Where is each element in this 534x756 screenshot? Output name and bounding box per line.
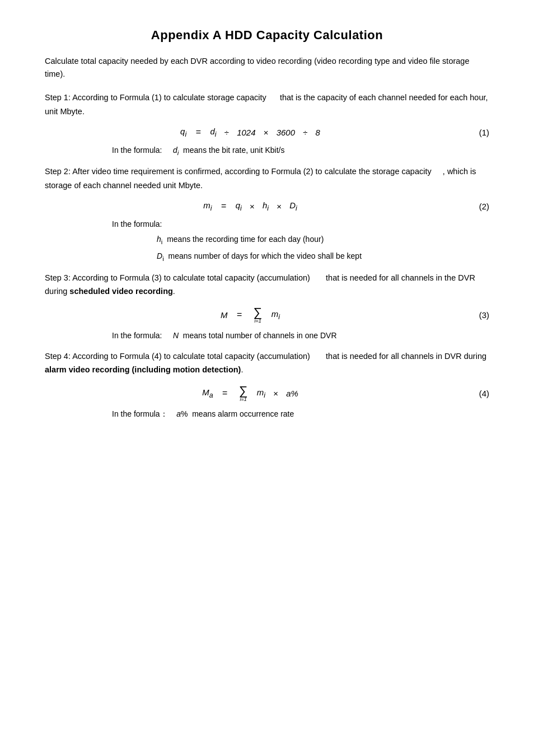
formula-1-number: (1) xyxy=(479,128,489,137)
formula-3-var1: M xyxy=(221,310,228,320)
formula-1-eq: = xyxy=(193,127,203,137)
formula-2-number: (2) xyxy=(479,202,489,211)
formula-4: Ma = ∑ i=1 mi × a% (4) xyxy=(45,385,489,402)
formula-4-sigma: ∑ i=1 xyxy=(239,385,248,402)
formula-1-const1: 1024 xyxy=(237,128,255,137)
formula-4-note: In the formula： a% means alarm occurrenc… xyxy=(112,408,489,421)
formula-4-op1: × xyxy=(271,389,280,398)
step4-bold: alarm video recording (including motion … xyxy=(45,365,241,374)
formula-2-note3: Di means number of days for which the vi… xyxy=(157,250,489,264)
formula-2-eq: = xyxy=(218,201,228,211)
formula-1-const2: 3600 xyxy=(277,128,295,137)
step1-text: Step 1: According to Formula (1) to calc… xyxy=(45,91,489,118)
formula-2-var3: hi xyxy=(263,200,269,212)
formula-4-eq: = xyxy=(220,388,230,398)
formula-3-content: M = ∑ i=1 mi xyxy=(221,306,280,324)
formula-1-op1: ÷ xyxy=(222,128,232,137)
formula-2-var4: Di xyxy=(289,200,297,212)
formula-1-var2: di xyxy=(210,127,216,138)
formula-1-var1: qi xyxy=(180,127,186,138)
formula-2-var2: qi xyxy=(236,200,242,212)
step4-text1: Step 4: According to Formula (4) to calc… xyxy=(45,349,489,377)
intro-paragraph: Calculate total capacity needed by each … xyxy=(45,55,489,81)
step2-text: Step 2: After video time requirement is … xyxy=(45,165,489,192)
page-title: Appendix A HDD Capacity Calculation xyxy=(45,28,489,43)
formula-3-number: (3) xyxy=(479,310,489,320)
step3-text1: Step 3: According to Formula (3) to calc… xyxy=(45,271,489,298)
formula-3-var2: mi xyxy=(269,309,279,321)
formula-2-note1: In the formula: xyxy=(112,218,489,231)
formula-2-op1: × xyxy=(247,202,257,211)
formula-2: mi = qi × hi × Di (2) xyxy=(45,200,489,212)
formula-3-eq: = xyxy=(235,310,245,320)
formula-4-var3: a% xyxy=(286,389,298,398)
formula-4-var1: Ma xyxy=(202,388,213,399)
formula-4-content: Ma = ∑ i=1 mi × a% xyxy=(202,385,298,402)
formula-3-sigma: ∑ i=1 xyxy=(254,306,263,324)
formula-3-note: In the formula: N means total number of … xyxy=(112,329,489,343)
formula-2-content: mi = qi × hi × Di xyxy=(203,200,297,212)
formula-4-var2: mi xyxy=(255,388,265,399)
step3-bold: scheduled video recording xyxy=(69,287,173,296)
formula-4-number: (4) xyxy=(479,389,489,398)
formula-1-op3: ÷ xyxy=(301,128,310,137)
formula-1: qi = di ÷ 1024 × 3600 ÷ 8 (1) xyxy=(45,127,489,138)
formula-2-note2: hi means the recording time for each day… xyxy=(157,233,489,248)
page-container: Appendix A HDD Capacity Calculation Calc… xyxy=(0,0,534,756)
formula-2-var1: mi xyxy=(203,200,212,212)
formula-3: M = ∑ i=1 mi (3) xyxy=(45,306,489,324)
formula-1-op2: × xyxy=(261,128,271,137)
formula-1-content: qi = di ÷ 1024 × 3600 ÷ 8 xyxy=(180,127,320,138)
formula-1-note: In the formula: di means the bit rate, u… xyxy=(112,144,489,158)
formula-2-op2: × xyxy=(274,202,284,211)
formula-1-const3: 8 xyxy=(316,128,320,137)
